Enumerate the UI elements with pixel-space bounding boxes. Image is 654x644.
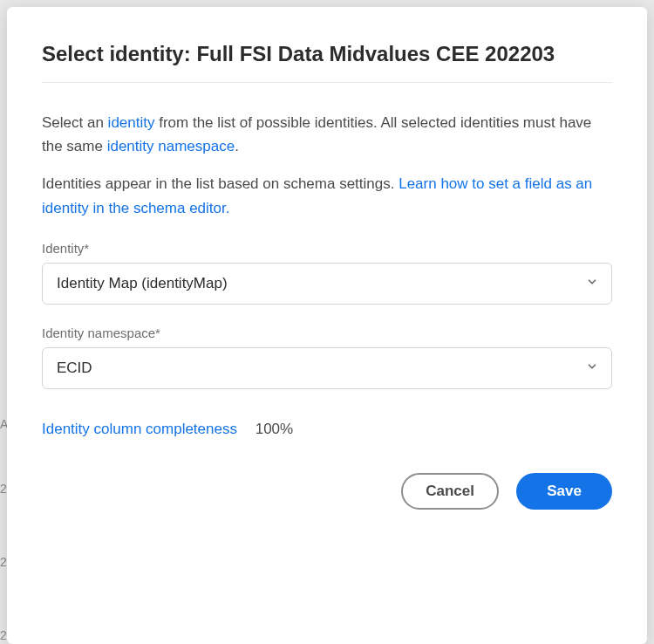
namespace-select-wrap: ECID <box>42 347 612 389</box>
description-paragraph-1: Select an identity from the list of poss… <box>42 111 612 158</box>
namespace-label: Identity namespace* <box>42 325 612 340</box>
description-paragraph-2: Identities appear in the list based on s… <box>42 172 612 219</box>
namespace-field-group: Identity namespace* ECID <box>42 325 612 389</box>
identity-select-value: Identity Map (identityMap) <box>57 275 228 292</box>
namespace-select-value: ECID <box>57 360 92 377</box>
dialog-content: Select an identity from the list of poss… <box>42 83 612 609</box>
identity-label: Identity* <box>42 241 612 256</box>
dialog-footer: Cancel Save <box>42 473 612 510</box>
completeness-link[interactable]: Identity column completeness <box>42 421 237 437</box>
identity-link[interactable]: identity <box>108 114 155 131</box>
save-button[interactable]: Save <box>516 473 612 510</box>
identity-namespace-link[interactable]: identity namespace <box>107 138 235 154</box>
namespace-select[interactable]: ECID <box>42 347 612 389</box>
completeness-value: 100% <box>255 421 293 437</box>
identity-select-wrap: Identity Map (identityMap) <box>42 263 612 305</box>
completeness-row: Identity column completeness 100% <box>42 421 612 438</box>
dialog-title: Select identity: Full FSI Data Midvalues… <box>42 42 612 83</box>
identity-select[interactable]: Identity Map (identityMap) <box>42 263 612 305</box>
cancel-button[interactable]: Cancel <box>401 473 499 510</box>
identity-field-group: Identity* Identity Map (identityMap) <box>42 241 612 305</box>
select-identity-dialog: Select identity: Full FSI Data Midvalues… <box>7 7 647 644</box>
